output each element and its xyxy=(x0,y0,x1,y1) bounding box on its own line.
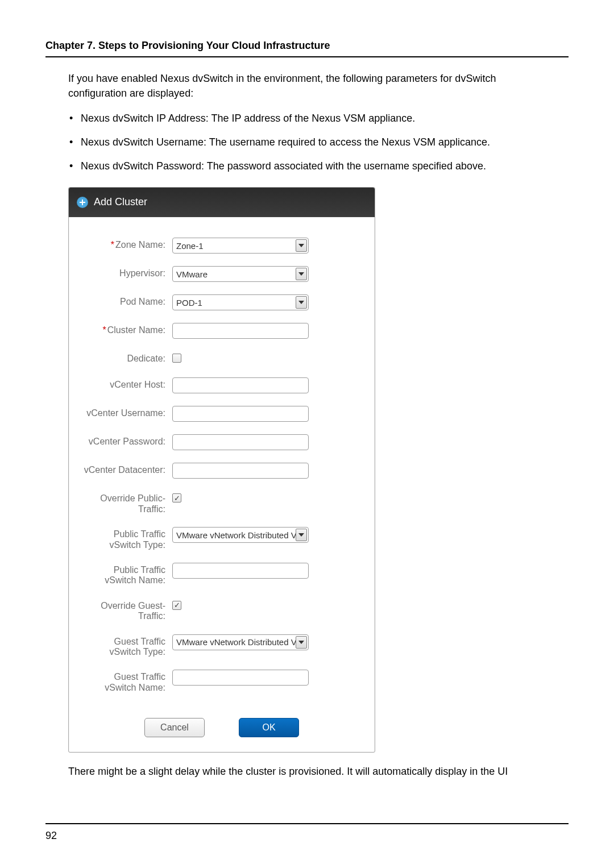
chevron-down-icon[interactable] xyxy=(296,239,307,252)
override-guest-checkbox[interactable] xyxy=(172,601,181,610)
vcenter-username-input[interactable] xyxy=(172,406,309,422)
public-vswitch-name-label: Public Traffic vSwitch Name: xyxy=(81,563,172,586)
list-item: Nexus dvSwitch Password: The password as… xyxy=(68,159,557,173)
guest-vswitch-name-input[interactable] xyxy=(172,670,309,686)
plus-icon xyxy=(77,197,88,208)
add-cluster-dialog: Add Cluster *Zone Name: Zone-1 Hyperviso… xyxy=(68,187,375,753)
pod-name-label: Pod Name: xyxy=(81,294,172,307)
vcenter-datacenter-input[interactable] xyxy=(172,463,309,479)
vcenter-datacenter-label: vCenter Datacenter: xyxy=(81,463,172,475)
zone-name-select[interactable]: Zone-1 xyxy=(172,238,309,254)
vcenter-password-input[interactable] xyxy=(172,434,309,450)
guest-vswitch-type-label: Guest Traffic vSwitch Type: xyxy=(81,634,172,658)
after-paragraph: There might be a slight delay while the … xyxy=(68,764,557,779)
guest-vswitch-name-label: Guest Traffic vSwitch Name: xyxy=(81,670,172,693)
hypervisor-value: VMware xyxy=(176,269,208,279)
hypervisor-label: Hypervisor: xyxy=(81,266,172,279)
vcenter-host-label: vCenter Host: xyxy=(81,377,172,390)
dedicate-label: Dedicate: xyxy=(81,351,172,364)
public-vswitch-name-input[interactable] xyxy=(172,563,309,579)
bullet-list: Nexus dvSwitch IP Address: The IP addres… xyxy=(68,111,557,173)
dialog-title: Add Cluster xyxy=(94,196,147,208)
zone-name-value: Zone-1 xyxy=(176,241,204,251)
chevron-down-icon[interactable] xyxy=(296,268,307,280)
cancel-button[interactable]: Cancel xyxy=(144,718,205,737)
intro-paragraph: If you have enabled Nexus dvSwitch in th… xyxy=(68,71,557,101)
chevron-down-icon[interactable] xyxy=(296,296,307,309)
chevron-down-icon[interactable] xyxy=(296,529,307,541)
list-item: Nexus dvSwitch IP Address: The IP addres… xyxy=(68,111,557,126)
chevron-down-icon[interactable] xyxy=(296,636,307,649)
pod-name-select[interactable]: POD-1 xyxy=(172,294,309,310)
zone-name-label: *Zone Name: xyxy=(81,238,172,250)
public-vswitch-type-value: VMware vNetwork Distributed Virtu xyxy=(176,530,296,540)
divider-bottom xyxy=(45,823,569,824)
guest-vswitch-type-value: VMware vNetwork Distributed Virtu xyxy=(176,637,296,647)
guest-vswitch-type-select[interactable]: VMware vNetwork Distributed Virtu xyxy=(172,634,309,650)
page-number: 92 xyxy=(45,830,569,842)
vcenter-host-input[interactable] xyxy=(172,377,309,393)
public-vswitch-type-select[interactable]: VMware vNetwork Distributed Virtu xyxy=(172,527,309,543)
override-public-checkbox[interactable] xyxy=(172,493,181,502)
override-guest-label: Override Guest- Traffic: xyxy=(81,599,172,622)
cluster-name-input[interactable] xyxy=(172,323,309,339)
divider-top xyxy=(45,56,569,57)
public-vswitch-type-label: Public Traffic vSwitch Type: xyxy=(81,527,172,550)
dialog-header: Add Cluster xyxy=(69,188,375,217)
hypervisor-select[interactable]: VMware xyxy=(172,266,309,282)
vcenter-username-label: vCenter Username: xyxy=(81,406,172,418)
chapter-title: Chapter 7. Steps to Provisioning Your Cl… xyxy=(45,40,569,52)
ok-button[interactable]: OK xyxy=(239,718,299,737)
dialog-footer: Cancel OK xyxy=(69,705,375,752)
dedicate-checkbox[interactable] xyxy=(172,354,181,363)
list-item: Nexus dvSwitch Username: The username re… xyxy=(68,135,557,149)
override-public-label: Override Public- Traffic: xyxy=(81,491,172,514)
pod-name-value: POD-1 xyxy=(176,298,202,308)
dialog-body: *Zone Name: Zone-1 Hypervisor: VMware xyxy=(69,217,375,693)
cluster-name-label: *Cluster Name: xyxy=(81,323,172,335)
vcenter-password-label: vCenter Password: xyxy=(81,434,172,447)
